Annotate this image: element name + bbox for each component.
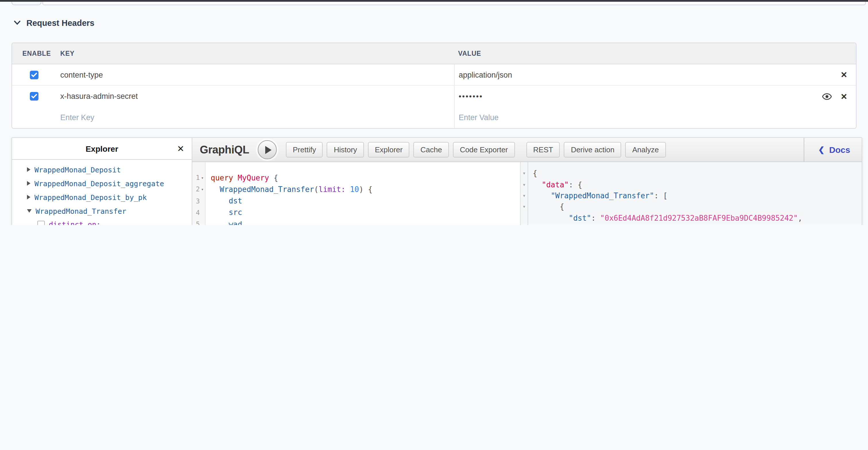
- response-line: "WrappedMonad_Transfer": [: [533, 190, 862, 201]
- remove-header-icon[interactable]: ✕: [841, 92, 847, 100]
- fold-arrow-icon[interactable]: ▾: [521, 179, 528, 190]
- docs-button[interactable]: ❮ Docs: [804, 138, 862, 162]
- new-header-enable-cell: [12, 107, 60, 128]
- fold-arrow-icon[interactable]: ▾: [521, 168, 528, 179]
- fold-arrow-icon[interactable]: ▾: [521, 190, 528, 201]
- header-key-field[interactable]: content-type: [60, 64, 454, 85]
- remove-header-icon[interactable]: ✕: [841, 71, 847, 79]
- fold-arrow-icon[interactable]: ▾: [200, 187, 205, 192]
- request-headers-table: ENABLE KEY VALUE content-typeapplication…: [11, 43, 857, 129]
- top-dark-edge: [0, 0, 868, 1]
- graphiql-main: GraphiQL PrettifyHistoryExplorerCacheCod…: [192, 138, 862, 225]
- triangle-right-icon[interactable]: [27, 195, 30, 199]
- editor-code[interactable]: query MyQuery { WrappedMonad_Transfer(li…: [206, 162, 520, 225]
- editor-line-number: 3: [192, 195, 205, 207]
- editor-line-number: 1▾: [192, 172, 205, 184]
- explorer-title-bar: Explorer ✕: [12, 138, 192, 160]
- chevron-left-icon: ❮: [818, 145, 825, 154]
- header-row-icons: ✕: [841, 64, 847, 85]
- request-headers-section-header: Request Headers: [14, 19, 94, 28]
- graphiql-logo: GraphiQL: [200, 143, 249, 156]
- column-header-enable: ENABLE: [12, 50, 60, 57]
- column-header-value: VALUE: [454, 50, 856, 57]
- graphiql-workspace: 1▾2▾345678 query MyQuery { WrappedMonad_…: [192, 162, 862, 225]
- explorer-field-wrappedmonad-deposit-aggregate[interactable]: WrappedMonad_Deposit_aggregate: [12, 176, 192, 190]
- collapse-chevron-icon[interactable]: [14, 21, 21, 25]
- response-line: "dst": "0x6Ed4AdA8f21d927532aB8FAF9Eba9D…: [533, 213, 862, 224]
- editor-line-number: 4: [192, 207, 205, 219]
- explorer-panel: Explorer ✕ WrappedMonad_DepositWrappedMo…: [12, 138, 192, 225]
- fold-arrow-icon[interactable]: ▾: [200, 175, 205, 180]
- triangle-down-icon[interactable]: [27, 209, 32, 213]
- explorer-field-wrappedmonad-deposit-by-pk[interactable]: WrappedMonad_Deposit_by_pk: [12, 190, 192, 204]
- hasura-graphiql-page: Request Headers ENABLE KEY VALUE content…: [0, 0, 868, 225]
- toolbar-button-history[interactable]: History: [327, 142, 364, 158]
- code-line: query MyQuery {: [211, 172, 520, 184]
- response-line: {: [533, 201, 862, 213]
- explorer-item-label: WrappedMonad_Transfer: [36, 206, 126, 215]
- column-header-key: KEY: [60, 50, 454, 57]
- code-line: dst: [211, 195, 520, 207]
- explorer-arg-distinct-on: distinct_on:: [12, 218, 192, 225]
- toolbar-button-prettify[interactable]: Prettify: [286, 142, 323, 158]
- graphiql-toolbar: GraphiQL PrettifyHistoryExplorerCacheCod…: [192, 138, 862, 162]
- explorer-field-wrappedmonad-deposit[interactable]: WrappedMonad_Deposit: [12, 163, 192, 176]
- header-value-field[interactable]: application/json✕: [454, 64, 856, 85]
- editor-gutter: 1▾2▾345678: [192, 162, 206, 225]
- header-value-text: application/json: [459, 71, 512, 79]
- query-editor-pane: 1▾2▾345678 query MyQuery { WrappedMonad_…: [192, 162, 520, 225]
- header-enable-checkbox[interactable]: [30, 92, 38, 101]
- explorer-field-wrappedmonad-transfer[interactable]: WrappedMonad_Transfer: [12, 204, 192, 218]
- header-new-row: Enter Key Enter Value: [12, 107, 856, 128]
- arg-checkbox[interactable]: [37, 221, 45, 225]
- editor-line-number: 5: [192, 218, 205, 225]
- query-editor[interactable]: 1▾2▾345678 query MyQuery { WrappedMonad_…: [192, 162, 520, 225]
- request-headers-title: Request Headers: [26, 19, 94, 28]
- explorer-item-label: WrappedMonad_Deposit: [34, 165, 121, 174]
- toolbar-button-cache[interactable]: Cache: [414, 142, 449, 158]
- code-line: wad: [211, 218, 520, 225]
- header-value-text: •••••••: [459, 92, 483, 101]
- explorer-item-label: WrappedMonad_Deposit_by_pk: [34, 193, 147, 201]
- response-body: ▾▾▾▾▾▾▾ { "data": { "WrappedMonad_Transf…: [521, 162, 862, 225]
- code-line: WrappedMonad_Transfer(limit: 10) {: [211, 184, 520, 195]
- response-pane: ▾▾▾▾▾▾▾ { "data": { "WrappedMonad_Transf…: [520, 162, 862, 225]
- header-enable-cell: [12, 64, 60, 85]
- explorer-close-icon[interactable]: ✕: [177, 143, 184, 154]
- new-header-key-input[interactable]: Enter Key: [60, 107, 454, 128]
- editor-line-number: 2▾: [192, 184, 205, 195]
- graphiql-panel: Explorer ✕ WrappedMonad_DepositWrappedMo…: [11, 137, 862, 225]
- toolbar-button-code-exporter[interactable]: Code Exporter: [453, 142, 515, 158]
- explorer-item-label: distinct_on:: [49, 220, 101, 225]
- response-line: "src": "0xe82c16a6da04ff7e76F61991281a7f…: [533, 224, 862, 225]
- request-headers-table-head: ENABLE KEY VALUE: [12, 43, 856, 64]
- header-key-field[interactable]: x-hasura-admin-secret: [60, 86, 454, 107]
- explorer-tree: WrappedMonad_DepositWrappedMonad_Deposit…: [12, 160, 192, 225]
- header-enable-checkbox[interactable]: [30, 71, 38, 79]
- toolbar-buttons: PrettifyHistoryExplorerCacheCode Exporte…: [286, 142, 665, 158]
- eye-icon[interactable]: [823, 93, 832, 100]
- response-fold-gutter: ▾▾▾▾▾▾▾: [521, 162, 528, 225]
- docs-label: Docs: [829, 145, 850, 154]
- explorer-item-label: WrappedMonad_Deposit_aggregate: [34, 179, 164, 188]
- new-header-value-input[interactable]: Enter Value: [454, 107, 856, 128]
- fold-arrow-icon[interactable]: ▾: [521, 201, 528, 213]
- response-line: {: [533, 168, 862, 179]
- triangle-right-icon[interactable]: [27, 167, 30, 172]
- header-enable-cell: [12, 86, 60, 107]
- toolbar-button-explorer[interactable]: Explorer: [368, 142, 410, 158]
- triangle-right-icon[interactable]: [27, 181, 30, 186]
- response-code: { "data": { "WrappedMonad_Transfer": [ {…: [528, 162, 862, 225]
- execute-query-button[interactable]: [258, 140, 277, 159]
- toolbar-button-analyze[interactable]: Analyze: [625, 142, 666, 158]
- code-line: src: [211, 207, 520, 219]
- play-icon: [265, 146, 271, 154]
- header-value-field[interactable]: •••••••✕: [454, 86, 856, 107]
- header-row: x-hasura-admin-secret•••••••✕: [12, 86, 856, 107]
- header-row: content-typeapplication/json✕: [12, 64, 856, 86]
- toolbar-button-derive-action[interactable]: Derive action: [564, 142, 621, 158]
- header-row-icons: ✕: [823, 86, 847, 107]
- toolbar-button-rest[interactable]: REST: [526, 142, 560, 158]
- response-line: "data": {: [533, 179, 862, 190]
- explorer-title: Explorer: [86, 144, 118, 153]
